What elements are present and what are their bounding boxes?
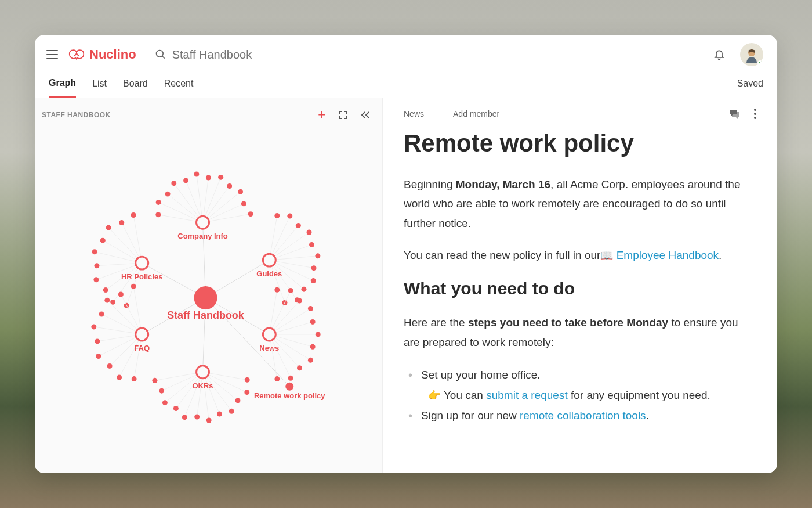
svg-point-103 bbox=[308, 306, 313, 311]
expand-icon[interactable] bbox=[338, 110, 347, 120]
svg-point-156 bbox=[285, 383, 293, 391]
svg-point-131 bbox=[194, 415, 200, 420]
svg-point-41 bbox=[307, 230, 312, 235]
svg-point-117 bbox=[274, 376, 280, 381]
tab-more-icon[interactable] bbox=[209, 78, 219, 92]
svg-point-43 bbox=[309, 242, 314, 247]
graph-canvas[interactable]: Company InfoGuidesHR PoliciesFAQNewsOKRs… bbox=[35, 128, 382, 473]
svg-point-152 bbox=[197, 366, 209, 379]
brand-name: Nuclino bbox=[89, 47, 136, 62]
svg-line-140 bbox=[155, 372, 203, 381]
svg-line-74 bbox=[133, 215, 142, 264]
svg-point-71 bbox=[106, 225, 111, 230]
svg-point-87 bbox=[91, 324, 96, 329]
svg-text:News: News bbox=[259, 344, 279, 352]
svg-point-13 bbox=[156, 200, 161, 205]
svg-point-141 bbox=[152, 378, 157, 383]
svg-line-78 bbox=[119, 334, 142, 377]
svg-point-29 bbox=[238, 189, 243, 194]
svg-point-51 bbox=[301, 287, 306, 292]
tab-list[interactable]: List bbox=[92, 73, 107, 97]
svg-text:Guides: Guides bbox=[256, 269, 282, 278]
tab-board[interactable]: Board bbox=[123, 73, 148, 97]
svg-point-73 bbox=[119, 220, 124, 225]
svg-point-79 bbox=[117, 375, 122, 380]
notifications-icon[interactable] bbox=[713, 48, 725, 61]
svg-point-77 bbox=[132, 376, 137, 381]
paragraph-steps-intro: Here are the steps you need to take befo… bbox=[404, 313, 756, 352]
steps-list: Set up your home office. 👉 You can submi… bbox=[404, 365, 756, 426]
svg-point-85 bbox=[95, 338, 100, 344]
graph-header: STAFF HANDBOOK + bbox=[35, 98, 382, 128]
section-heading: What you need to do bbox=[404, 279, 756, 302]
book-emoji-icon: 📖 bbox=[600, 250, 613, 261]
svg-point-154 bbox=[194, 286, 217, 309]
svg-point-150 bbox=[263, 328, 276, 341]
svg-text:Company Info: Company Info bbox=[177, 232, 228, 240]
doc-body: Beginning Monday, March 16, all Acme Cor… bbox=[404, 175, 756, 426]
svg-point-69 bbox=[100, 238, 106, 243]
svg-point-127 bbox=[217, 412, 222, 417]
svg-text:Remote work policy: Remote work policy bbox=[254, 391, 325, 400]
menu-icon[interactable] bbox=[46, 50, 58, 59]
search-input[interactable] bbox=[172, 48, 346, 62]
save-status: Saved bbox=[737, 73, 763, 97]
svg-line-32 bbox=[203, 214, 251, 223]
doc-more-icon[interactable] bbox=[754, 109, 756, 119]
graph-pane: STAFF HANDBOOK + Company InfoGuidesHR Po… bbox=[35, 98, 383, 473]
point-emoji-icon: 👉 bbox=[428, 390, 441, 401]
svg-point-121 bbox=[244, 390, 249, 395]
main: STAFF HANDBOOK + Company InfoGuidesHR Po… bbox=[35, 98, 777, 473]
svg-point-123 bbox=[235, 398, 240, 403]
doc-topbar: News Add member bbox=[404, 98, 756, 124]
paragraph-intro: Beginning Monday, March 16, all Acme Cor… bbox=[404, 175, 756, 233]
doc-title: Remote work policy bbox=[404, 129, 756, 157]
tab-recent[interactable]: Recent bbox=[164, 73, 194, 97]
svg-point-61 bbox=[103, 287, 108, 293]
svg-point-89 bbox=[99, 311, 104, 316]
doc-actions bbox=[728, 109, 756, 119]
collapse-panel-icon[interactable] bbox=[360, 111, 371, 119]
svg-text:Staff Handbook: Staff Handbook bbox=[167, 309, 244, 321]
avatar[interactable] bbox=[740, 43, 763, 66]
paragraph-handbook-link: You can read the new policy in full in o… bbox=[404, 246, 756, 265]
svg-point-109 bbox=[310, 344, 316, 350]
svg-point-81 bbox=[107, 363, 113, 369]
svg-point-105 bbox=[310, 319, 316, 325]
topbar: Nuclino bbox=[35, 35, 777, 72]
svg-point-0 bbox=[156, 51, 163, 57]
svg-point-142 bbox=[197, 216, 209, 229]
svg-point-33 bbox=[248, 211, 253, 217]
breadcrumb-news[interactable]: News bbox=[404, 109, 424, 118]
svg-point-67 bbox=[92, 249, 97, 254]
submit-request-link[interactable]: submit a request bbox=[486, 389, 567, 401]
svg-point-35 bbox=[274, 213, 280, 218]
brand-logo[interactable]: Nuclino bbox=[68, 47, 136, 62]
svg-line-58 bbox=[113, 263, 142, 302]
list-item: Set up your home office. 👉 You can submi… bbox=[414, 365, 756, 405]
svg-point-111 bbox=[308, 358, 313, 363]
svg-text:FAQ: FAQ bbox=[134, 344, 150, 352]
svg-point-39 bbox=[296, 223, 301, 228]
svg-point-101 bbox=[297, 298, 302, 304]
svg-line-70 bbox=[108, 228, 142, 263]
svg-point-99 bbox=[288, 288, 293, 293]
graph-svg: Company InfoGuidesHR PoliciesFAQNewsOKRs… bbox=[35, 128, 382, 473]
presence-dot-icon bbox=[757, 60, 763, 66]
document-pane: News Add member Remote work policy Begin… bbox=[383, 98, 777, 473]
svg-point-146 bbox=[136, 257, 148, 269]
svg-point-45 bbox=[315, 253, 320, 258]
svg-point-27 bbox=[227, 183, 232, 189]
remote-tools-link[interactable]: remote collaboration tools bbox=[520, 409, 646, 421]
search[interactable] bbox=[155, 48, 703, 62]
employee-handbook-link[interactable]: Employee Handbook bbox=[617, 249, 719, 261]
svg-point-15 bbox=[165, 192, 171, 197]
app-window: Nuclino Graph List Board Recent Saved ST… bbox=[35, 35, 777, 473]
svg-point-139 bbox=[159, 388, 164, 394]
comments-icon[interactable] bbox=[728, 109, 740, 119]
tab-graph[interactable]: Graph bbox=[49, 72, 76, 98]
add-node-icon[interactable]: + bbox=[318, 107, 325, 123]
svg-point-133 bbox=[182, 415, 187, 420]
search-icon bbox=[155, 49, 166, 60]
breadcrumb-add-member[interactable]: Add member bbox=[453, 109, 499, 118]
